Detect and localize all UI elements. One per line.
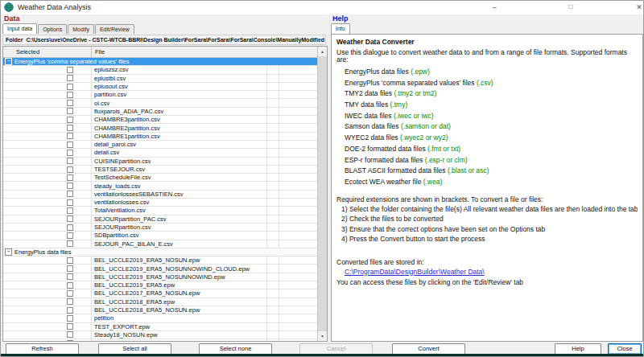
tab-edit-review[interactable]: Edit/Review bbox=[95, 24, 134, 34]
file-row[interactable]: CHAMBRE2partition.csv bbox=[3, 124, 317, 132]
file-checkbox[interactable] bbox=[67, 75, 73, 81]
file-row[interactable]: eplustbl.csv bbox=[3, 75, 317, 83]
tab-options[interactable]: Options bbox=[38, 24, 67, 34]
file-row[interactable]: TESTSEJOUR.csv bbox=[3, 166, 317, 174]
close-button[interactable]: Close bbox=[608, 343, 642, 355]
file-checkbox[interactable] bbox=[67, 183, 73, 189]
file-checkbox[interactable] bbox=[67, 273, 73, 280]
scroll-down-icon[interactable]: ▼ bbox=[318, 330, 327, 341]
maximize-icon[interactable]: □ bbox=[565, 1, 576, 14]
format-extension: (.wyec2 or wy2) bbox=[400, 133, 448, 142]
collapse-minus-icon[interactable]: − bbox=[5, 58, 12, 65]
instruction-step: 4) Press the Convert button to start the… bbox=[336, 234, 638, 244]
file-checkbox[interactable] bbox=[67, 84, 73, 90]
file-row[interactable]: BEL_UCCLE2021_ERA5_NOSUN.epw bbox=[3, 339, 317, 341]
group-header-row[interactable]: −EnergyPlus data files bbox=[3, 248, 317, 256]
file-checkbox[interactable] bbox=[67, 215, 73, 222]
file-checkbox[interactable] bbox=[67, 265, 73, 272]
column-header-file[interactable]: File bbox=[92, 47, 327, 57]
file-row[interactable]: petition bbox=[3, 314, 317, 322]
file-checkbox[interactable] bbox=[67, 340, 73, 341]
file-checkbox[interactable] bbox=[67, 100, 73, 106]
empty-cell bbox=[267, 256, 279, 264]
file-row[interactable]: BEL_UCCLE2017_ERA5_NOSUN.epw bbox=[3, 289, 317, 298]
scrollbar-thumb[interactable] bbox=[318, 56, 327, 331]
file-row[interactable]: BEL_UCCLE2018_ERA5.epw bbox=[3, 298, 317, 306]
file-checkbox[interactable] bbox=[67, 191, 73, 197]
file-checkbox[interactable] bbox=[67, 257, 73, 264]
file-row[interactable]: eplusout.csv bbox=[3, 83, 317, 91]
file-row[interactable]: SEJOURpartition.csv bbox=[3, 224, 317, 232]
help-button[interactable]: Help bbox=[555, 343, 601, 355]
file-checkbox[interactable] bbox=[67, 125, 73, 131]
file-row[interactable]: partition.csv bbox=[3, 91, 317, 99]
close-window-icon[interactable]: ✕ bbox=[634, 1, 644, 14]
file-row[interactable]: detail_paroi.csv bbox=[3, 141, 317, 149]
file-row[interactable]: SDBpartition.csv bbox=[3, 232, 317, 240]
file-checkbox[interactable] bbox=[67, 282, 73, 289]
selected-cell bbox=[3, 116, 92, 123]
file-row[interactable]: CHAMBRE3partition.csv bbox=[3, 116, 317, 124]
file-checkbox[interactable] bbox=[67, 117, 73, 123]
file-row[interactable]: BEL_UCCLE2019_ERA5_NOSUNNOWIND_CLOUD.epw bbox=[3, 265, 317, 273]
file-name: BEL_UCCLE2019_ERA5.epw bbox=[92, 281, 267, 289]
file-checkbox[interactable] bbox=[67, 92, 73, 98]
file-checkbox[interactable] bbox=[67, 240, 73, 247]
file-checkbox[interactable] bbox=[67, 224, 73, 231]
file-row[interactable]: detail.csv bbox=[3, 149, 317, 157]
minimize-icon[interactable]: – bbox=[489, 1, 500, 14]
file-checkbox[interactable] bbox=[67, 174, 73, 181]
file-checkbox[interactable] bbox=[67, 108, 73, 114]
vertical-scrollbar[interactable]: ▲ ▼ bbox=[317, 47, 327, 341]
file-row[interactable]: CUISINEpartition.csv bbox=[3, 158, 317, 166]
file-checkbox[interactable] bbox=[67, 232, 73, 239]
file-row[interactable]: BEL_UCCLE2019_ERA5_NOSUN.epw bbox=[3, 256, 317, 265]
file-row[interactable]: ol.csv bbox=[3, 99, 317, 107]
tab-info[interactable]: Info bbox=[331, 23, 350, 34]
file-row[interactable]: epluszsz.csv bbox=[3, 66, 317, 74]
file-row[interactable]: fluxparois_ADIA_PAC.csv bbox=[3, 108, 317, 116]
convert-button[interactable]: Convert bbox=[392, 343, 465, 355]
folder-path: C:\Users\uve\OneDrive - CSTC-WTCB-BBRI\D… bbox=[26, 37, 324, 43]
select-all-button[interactable]: Select all bbox=[98, 343, 171, 355]
weather-data-folder-link[interactable]: C:\ProgramData\DesignBuilder\Weather Dat… bbox=[336, 267, 638, 277]
collapse-minus-icon[interactable]: − bbox=[5, 248, 12, 256]
file-row[interactable]: TEST_EXPORT.epw bbox=[3, 323, 317, 331]
refresh-button[interactable]: Refresh bbox=[6, 343, 79, 355]
file-row[interactable]: ventilationlosses.csv bbox=[3, 199, 317, 207]
selected-cell bbox=[3, 191, 92, 198]
file-row[interactable]: BEL_UCCLE2019_ERA5.epw bbox=[3, 281, 317, 289]
file-checkbox[interactable] bbox=[67, 199, 73, 206]
file-row[interactable]: TestScheduleFile.csv bbox=[3, 174, 317, 182]
file-checkbox[interactable] bbox=[67, 142, 73, 148]
folder-label: Folder bbox=[6, 37, 23, 43]
file-checkbox[interactable] bbox=[67, 315, 73, 322]
file-checkbox[interactable] bbox=[67, 207, 73, 214]
file-checkbox[interactable] bbox=[67, 158, 73, 164]
file-row[interactable]: ventilationlossesSEBASTIEN.csv bbox=[3, 191, 317, 199]
file-checkbox[interactable] bbox=[67, 331, 73, 338]
file-row[interactable]: BEL_UCCLE2019_ERA5_NOSUNNOWIND.epw bbox=[3, 273, 317, 281]
file-checkbox[interactable] bbox=[67, 307, 73, 314]
file-checkbox[interactable] bbox=[67, 298, 73, 305]
file-row[interactable]: SEJOUR_PAC_BILAN_E.csv bbox=[3, 240, 317, 248]
empty-cell bbox=[267, 281, 279, 289]
file-checkbox[interactable] bbox=[67, 67, 73, 73]
select-none-button[interactable]: Select none bbox=[199, 343, 272, 355]
column-header-selected[interactable]: Selected bbox=[3, 47, 92, 57]
tab-input-data[interactable]: Input data bbox=[2, 23, 37, 34]
file-row[interactable]: steady_loads.csv bbox=[3, 182, 317, 190]
file-row[interactable]: CHAMBRE1partition.csv bbox=[3, 133, 317, 141]
file-row[interactable]: TotalVentilation.csv bbox=[3, 207, 317, 215]
file-checkbox[interactable] bbox=[67, 166, 73, 173]
file-checkbox[interactable] bbox=[67, 133, 73, 139]
group-header-row[interactable]: −EnergyPlus 'comma separated values' fil… bbox=[3, 58, 317, 66]
file-checkbox[interactable] bbox=[67, 150, 73, 156]
file-checkbox[interactable] bbox=[67, 290, 73, 297]
folder-selector[interactable]: FolderC:\Users\uve\OneDrive - CSTC-WTCB-… bbox=[2, 35, 326, 45]
tab-modify[interactable]: Modify bbox=[68, 24, 94, 34]
file-row[interactable]: Steady18_NOSUN.epw bbox=[3, 331, 317, 339]
file-row[interactable]: SEJOURpartition_PAC.csv bbox=[3, 215, 317, 224]
file-row[interactable]: BEL_UCCLE2018_ERA5_NOSUN.epw bbox=[3, 306, 317, 314]
file-checkbox[interactable] bbox=[67, 323, 73, 330]
